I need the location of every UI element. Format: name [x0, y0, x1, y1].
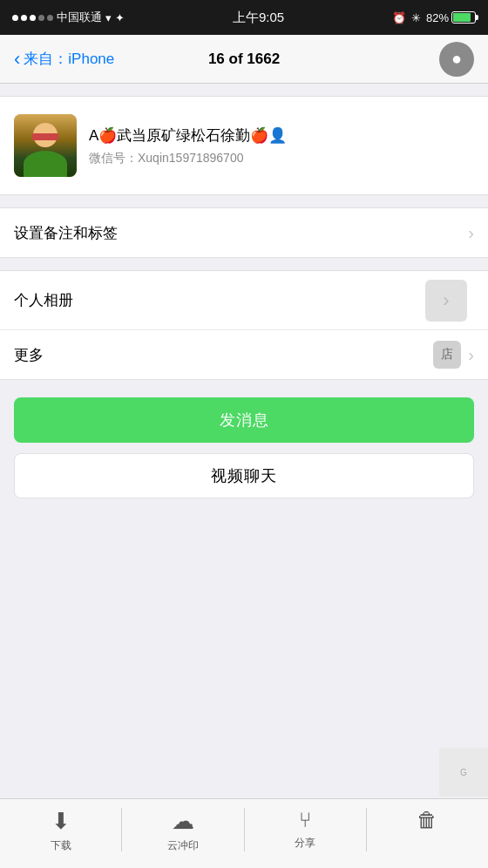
profile-section: A🍎武当原矿绿松石徐勤🍎👤 微信号：Xuqin15971896700 [0, 96, 488, 195]
status-right: ⏰ ✳ 82% [392, 11, 476, 24]
profile-circle-button[interactable]: ● [439, 42, 474, 77]
set-remark-item[interactable]: 设置备注和标签 › [0, 208, 488, 257]
dot1 [12, 15, 18, 21]
status-time: 上午9:05 [233, 10, 284, 26]
wechat-label: 微信号： [89, 151, 138, 165]
profile-wechat: 微信号：Xuqin15971896700 [89, 151, 474, 166]
carrier-name: 中国联通 [57, 10, 102, 25]
avatar [14, 114, 77, 177]
battery-box [451, 11, 476, 24]
album-thumbnail: › [425, 280, 467, 322]
signal-icon: ✦ [115, 11, 125, 24]
buttons-section: 发消息 视频聊天 [14, 397, 474, 498]
share-button[interactable]: ⑂ 分享 [245, 808, 366, 851]
share-icon: ⑂ [299, 808, 311, 832]
settings-section: 设置备注和标签 › [0, 207, 488, 258]
back-arrow-icon: ‹ [14, 50, 20, 69]
chevron-album-icon: › [443, 289, 449, 312]
download-button[interactable]: ⬇ 下载 [0, 808, 121, 853]
delete-button[interactable]: 🗑 [367, 808, 488, 836]
wifi-icon: ▾ [105, 11, 112, 24]
avatar-image [14, 114, 77, 177]
nav-bar: ‹ 来自：iPhone 16 of 1662 ● [0, 35, 488, 84]
watermark: G [439, 748, 488, 797]
chevron-icon: › [468, 223, 474, 243]
status-left: 中国联通 ▾ ✦ [12, 10, 125, 25]
back-label: 来自：iPhone [24, 49, 114, 69]
badge-text: 店 [441, 347, 453, 363]
more-item[interactable]: 更多 店 › [0, 330, 488, 379]
content-area: A🍎武当原矿绿松石徐勤🍎👤 微信号：Xuqin15971896700 设置备注和… [0, 84, 488, 798]
cloud-print-label: 云冲印 [167, 838, 199, 853]
album-label: 个人相册 [14, 290, 425, 310]
dot3 [30, 15, 36, 21]
dot4 [38, 15, 44, 21]
battery-indicator: 82% [426, 11, 476, 24]
cloud-print-button[interactable]: ☁ 云冲印 [122, 808, 243, 853]
wechat-id: Xuqin15971896700 [138, 151, 243, 165]
chevron-more-icon: › [468, 345, 474, 365]
album-section: 个人相册 › 更多 店 › [0, 270, 488, 380]
alarm-icon: ⏰ [392, 11, 406, 24]
dot5 [47, 15, 53, 21]
status-bar: 中国联通 ▾ ✦ 上午9:05 ⏰ ✳ 82% [0, 0, 488, 35]
profile-name: A🍎武当原矿绿松石徐勤🍎👤 [89, 125, 474, 146]
album-item[interactable]: 个人相册 › [0, 271, 488, 330]
set-remark-label: 设置备注和标签 [14, 223, 468, 243]
download-label: 下载 [51, 838, 71, 853]
share-label: 分享 [295, 836, 315, 851]
dot2 [21, 15, 27, 21]
bluetooth-icon: ✳ [411, 11, 421, 24]
send-message-button[interactable]: 发消息 [14, 397, 474, 443]
cloud-print-icon: ☁ [172, 808, 194, 835]
nav-title: 16 of 1662 [208, 51, 280, 68]
battery-percent: 82% [426, 11, 449, 24]
avatar-glasses [32, 133, 58, 140]
download-icon: ⬇ [51, 808, 71, 835]
signal-dots [12, 15, 53, 21]
video-chat-button[interactable]: 视频聊天 [14, 453, 474, 498]
store-badge: 店 [433, 341, 461, 369]
battery-fill [453, 13, 471, 22]
circle-icon: ● [451, 49, 462, 69]
profile-info: A🍎武当原矿绿松石徐勤🍎👤 微信号：Xuqin15971896700 [89, 125, 474, 166]
more-label: 更多 [14, 345, 433, 365]
trash-icon: 🗑 [417, 808, 437, 832]
back-button[interactable]: ‹ 来自：iPhone [14, 49, 114, 69]
bottom-toolbar: ⬇ 下载 ☁ 云冲印 ⑂ 分享 🗑 [0, 798, 488, 868]
